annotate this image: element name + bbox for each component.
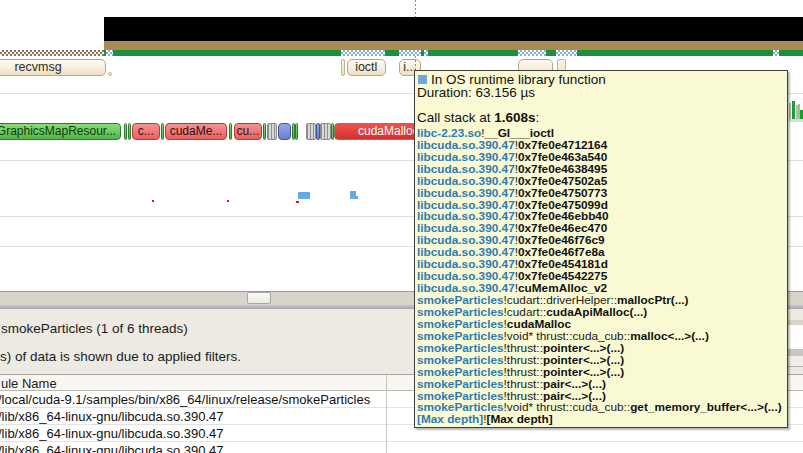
marker-red-dot[interactable] <box>296 201 299 204</box>
frame-symbol: malloc<...>(...) <box>630 329 709 343</box>
time-cursor-segment <box>415 0 416 17</box>
api-call-block[interactable] <box>320 123 332 140</box>
filtered-hatch-segment <box>518 50 546 56</box>
marker-blue[interactable] <box>298 192 310 199</box>
module-path: /local/cuda-9.1/samples/bin/x86_64/linux… <box>0 392 370 407</box>
module-path: /lib/x86_64-linux-gnu/libcuda.so.390.47 <box>0 409 224 424</box>
frame-symbol: get_memory_buffer<...>(...) <box>630 400 781 414</box>
marker-blue[interactable] <box>355 196 358 199</box>
filtered-hatch-segment <box>399 50 421 56</box>
overview-green-bar[interactable] <box>104 50 803 56</box>
overview-gold-bar[interactable] <box>104 41 803 50</box>
api-call-cu[interactable]: cu... <box>234 123 263 140</box>
table-column-border <box>386 375 387 453</box>
tooltip-callstack-heading: Call stack at 1.608s: <box>417 111 783 125</box>
api-call-block[interactable] <box>278 123 292 140</box>
os-interval-ioctl[interactable]: ioctl <box>347 59 387 76</box>
callstack-frame: [Max depth]![Max depth] <box>417 414 783 426</box>
callstack-tooltip: In OS runtime library function Duration:… <box>414 70 788 428</box>
api-call-block[interactable] <box>124 123 127 140</box>
vscrollbar-track-sliver <box>788 356 803 367</box>
tooltip-title-line: In OS runtime library function <box>417 73 783 87</box>
filtered-hatch-segment <box>773 50 779 56</box>
api-call-block[interactable] <box>229 123 233 140</box>
filter-note: s) of data is shown due to applied filte… <box>0 349 241 364</box>
os-interval-fragment[interactable] <box>108 72 112 76</box>
os-runtime-legend-swatch-icon <box>418 75 427 84</box>
tooltip-duration: Duration: 63.156 µs <box>417 86 783 100</box>
hatch-holder <box>0 50 803 56</box>
table-header-label: ule Name <box>1 376 57 391</box>
api-call-block[interactable] <box>306 123 316 140</box>
module-path: /lib/x86_64-linux-gnu/libcuda.so.390.47 <box>0 426 224 441</box>
os-interval-recvmsg[interactable]: recvmsg <box>0 59 106 76</box>
frame-module: [Max depth] <box>417 412 483 426</box>
callstack-list: libc-2.23.so!__GI___ioctllibcuda.so.390.… <box>417 128 783 426</box>
api-call-block[interactable] <box>263 123 266 140</box>
api-call-block[interactable] <box>316 123 320 140</box>
histogram-baseline <box>789 119 803 122</box>
api-call-c[interactable]: c... <box>132 123 161 140</box>
api-call-GraphicsMapResour[interactable]: GraphicsMapResour... <box>0 123 121 140</box>
vscrollbar-thumb-sliver[interactable] <box>788 349 803 356</box>
filtered-hatch-segment <box>424 50 428 56</box>
module-path: /lib/x86_64-linux-gnu/libcuda.so.390.47 <box>0 443 224 453</box>
api-call-block[interactable] <box>295 123 298 140</box>
api-call-block[interactable] <box>161 123 165 140</box>
marker-red-dot[interactable] <box>227 200 230 203</box>
filtered-hatch-segment <box>106 50 113 56</box>
api-call-block[interactable] <box>267 123 278 140</box>
histogram-bar <box>800 110 803 119</box>
marker-red-dot[interactable] <box>152 200 155 203</box>
filtered-hatch-segment <box>341 50 385 56</box>
vscrollbar-track-gap <box>788 325 803 349</box>
api-call-cudaMe[interactable]: cudaMe... <box>165 123 227 140</box>
filtered-hatch-segment <box>556 50 577 56</box>
callstack-time: 1.608s <box>494 110 535 125</box>
table-row[interactable]: /lib/x86_64-linux-gnu/libcuda.so.390.47 <box>0 442 803 453</box>
profiler-window: recvmsgioctli... GraphicsMapResour...c..… <box>0 0 803 453</box>
os-interval[interactable] <box>341 59 346 76</box>
api-call-block[interactable] <box>128 123 131 140</box>
filtered-region-hatch <box>0 50 104 56</box>
horizontal-scrollbar-thumb[interactable] <box>247 292 271 304</box>
thread-label: smokeParticles (1 of 6 threads) <box>1 321 188 336</box>
frame-symbol: [Max depth] <box>486 412 552 426</box>
overview-compute-bar[interactable] <box>104 17 803 41</box>
table-row[interactable]: /lib/x86_64-linux-gnu/libcuda.so.390.47 <box>0 425 803 442</box>
tooltip-title: In OS runtime library function <box>431 72 606 87</box>
